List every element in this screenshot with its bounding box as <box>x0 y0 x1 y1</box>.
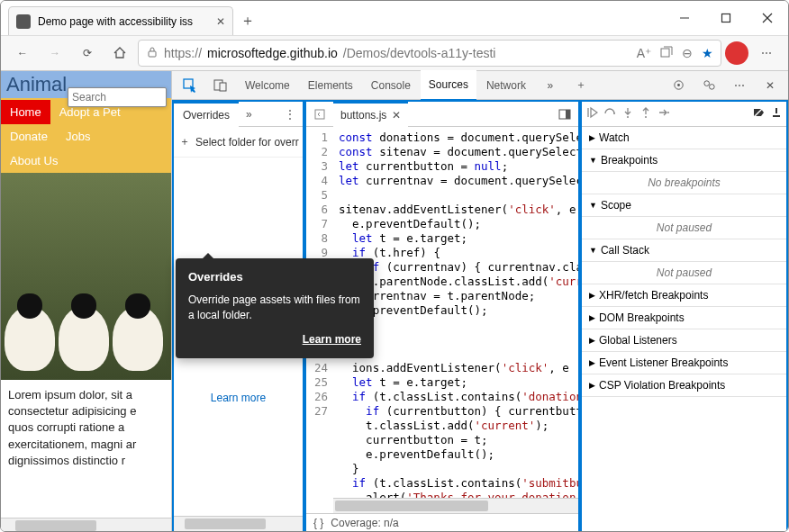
favicon-icon <box>16 14 31 29</box>
event-section[interactable]: ▶Event Listener Breakpoints <box>582 352 786 374</box>
search-input[interactable] <box>68 87 167 107</box>
svg-point-18 <box>645 116 647 118</box>
navigator-hscrollbar[interactable] <box>174 516 303 531</box>
code-hscrollbar[interactable] <box>333 498 578 513</box>
back-button[interactable]: ← <box>8 39 37 68</box>
svg-rect-1 <box>722 14 730 23</box>
navigator-more-icon[interactable]: » <box>239 108 259 121</box>
global-section[interactable]: ▶Global Listeners <box>582 329 786 352</box>
debugger-toolbar <box>582 102 786 127</box>
deactivate-bp-icon[interactable] <box>752 106 765 122</box>
forward-button: → <box>41 39 69 68</box>
callstack-section[interactable]: ▼Call Stack <box>582 239 786 262</box>
tab-welcome[interactable]: Welcome <box>237 71 298 100</box>
nav-about[interactable]: About Us <box>1 149 67 173</box>
add-tab-icon[interactable]: ＋ <box>567 71 595 100</box>
plus-icon: ＋ <box>179 134 190 149</box>
no-breakpoints-label: No breakpoints <box>582 172 786 194</box>
tab-elements[interactable]: Elements <box>300 71 361 100</box>
page-hscrollbar[interactable] <box>1 518 171 532</box>
svg-rect-5 <box>661 49 669 57</box>
inspect-icon[interactable] <box>176 71 204 100</box>
editor-footer: { } Coverage: n/a <box>306 513 578 531</box>
footer-braces[interactable]: { } <box>313 517 323 529</box>
xhr-section[interactable]: ▶XHR/fetch Breakpoints <box>582 284 786 307</box>
zoom-icon[interactable]: ⊖ <box>682 46 693 60</box>
settings-icon[interactable] <box>664 71 693 100</box>
more-icon[interactable]: ⋯ <box>725 71 754 100</box>
svg-point-17 <box>627 116 629 118</box>
scope-not-paused: Not paused <box>582 217 786 239</box>
nav-home[interactable]: Home <box>1 100 50 124</box>
step-into-icon[interactable] <box>621 106 634 122</box>
toggle-pane-icon[interactable] <box>551 102 578 127</box>
svg-rect-8 <box>220 83 226 91</box>
url-prefix: https:// <box>164 46 202 60</box>
home-button[interactable] <box>105 39 134 68</box>
new-tab-button[interactable]: ＋ <box>233 6 262 35</box>
tab-sources[interactable]: Sources <box>421 70 476 101</box>
navigator-menu-icon[interactable]: ⋮ <box>277 108 303 121</box>
close-window-button[interactable] <box>747 1 788 35</box>
url-path: /Demos/devtools-a11y-testi <box>343 46 496 60</box>
csp-section[interactable]: ▶CSP Violation Breakpoints <box>582 374 786 397</box>
step-out-icon[interactable] <box>639 106 652 122</box>
svg-rect-15 <box>566 110 570 119</box>
favorite-icon[interactable]: ★ <box>702 46 713 60</box>
address-bar: ← → ⟳ https://microsoftedge.github.io/De… <box>1 35 788 71</box>
menu-button[interactable]: ⋯ <box>752 39 781 68</box>
nav-jobs[interactable]: Jobs <box>57 124 99 149</box>
overrides-tooltip: Overrides Override page assets with file… <box>176 258 374 358</box>
tab-network[interactable]: Network <box>478 71 534 100</box>
file-name: buttons.js <box>340 109 386 122</box>
breakpoints-section[interactable]: ▼Breakpoints <box>582 149 786 172</box>
file-tab[interactable]: buttons.js ✕ <box>333 102 408 127</box>
coverage-label: Coverage: n/a <box>331 517 398 529</box>
device-toggle-icon[interactable] <box>206 71 235 100</box>
callstack-not-paused: Not paused <box>582 262 786 284</box>
window-titlebar: Demo page with accessibility iss ✕ ＋ <box>1 1 788 35</box>
close-file-icon[interactable]: ✕ <box>392 109 401 122</box>
svg-point-12 <box>709 85 714 90</box>
tooltip-body: Override page assets with files from a l… <box>188 293 361 323</box>
url-host: microsoftedge.github.io <box>207 46 338 60</box>
more-tabs-icon[interactable]: » <box>536 71 565 100</box>
close-tab-icon[interactable]: ✕ <box>216 15 225 28</box>
close-devtools-icon[interactable]: ✕ <box>756 71 784 100</box>
collections-icon[interactable] <box>660 46 673 61</box>
pause-exceptions-icon[interactable] <box>770 106 783 122</box>
issues-icon[interactable] <box>694 71 723 100</box>
lock-icon <box>146 46 159 61</box>
svg-rect-4 <box>149 51 156 57</box>
tooltip-learn-more-link[interactable]: Learn more <box>188 332 361 347</box>
select-folder-button[interactable]: ＋ Select folder for overr <box>174 127 303 158</box>
page-preview: Animal Home Adopt a Pet Donate Jobs Abou… <box>1 71 172 532</box>
tab-console[interactable]: Console <box>363 71 419 100</box>
page-nav: Home Adopt a Pet Donate Jobs About Us <box>1 98 171 173</box>
tooltip-title: Overrides <box>188 269 361 285</box>
resume-icon[interactable] <box>585 106 598 122</box>
refresh-button[interactable]: ⟳ <box>73 39 102 68</box>
navigator-learn-more-link[interactable]: Learn more <box>174 392 303 404</box>
nav-donate[interactable]: Donate <box>1 124 57 149</box>
prev-file-icon[interactable] <box>306 102 333 127</box>
overrides-tab[interactable]: Overrides <box>174 102 239 127</box>
watch-section[interactable]: ▶Watch <box>582 127 786 149</box>
dom-section[interactable]: ▶DOM Breakpoints <box>582 307 786 329</box>
scope-section[interactable]: ▼Scope <box>582 194 786 217</box>
tab-title: Demo page with accessibility iss <box>38 15 193 28</box>
debugger-panel: ▶Watch ▼Breakpoints No breakpoints ▼Scop… <box>580 100 788 532</box>
svg-point-11 <box>703 81 709 86</box>
step-icon[interactable] <box>658 106 670 122</box>
window-controls <box>664 1 788 35</box>
read-aloud-icon[interactable]: A⁺ <box>637 46 651 60</box>
url-field[interactable]: https://microsoftedge.github.io/Demos/de… <box>138 40 721 67</box>
svg-point-10 <box>677 84 680 86</box>
step-over-icon[interactable] <box>603 106 616 122</box>
browser-tab[interactable]: Demo page with accessibility iss ✕ <box>8 6 233 35</box>
maximize-button[interactable] <box>705 1 747 35</box>
lorem-text: Lorem ipsum dolor, sit a consectetur adi… <box>1 380 171 476</box>
minimize-button[interactable] <box>664 1 705 35</box>
svg-point-19 <box>667 112 669 113</box>
profile-avatar[interactable] <box>725 41 748 65</box>
